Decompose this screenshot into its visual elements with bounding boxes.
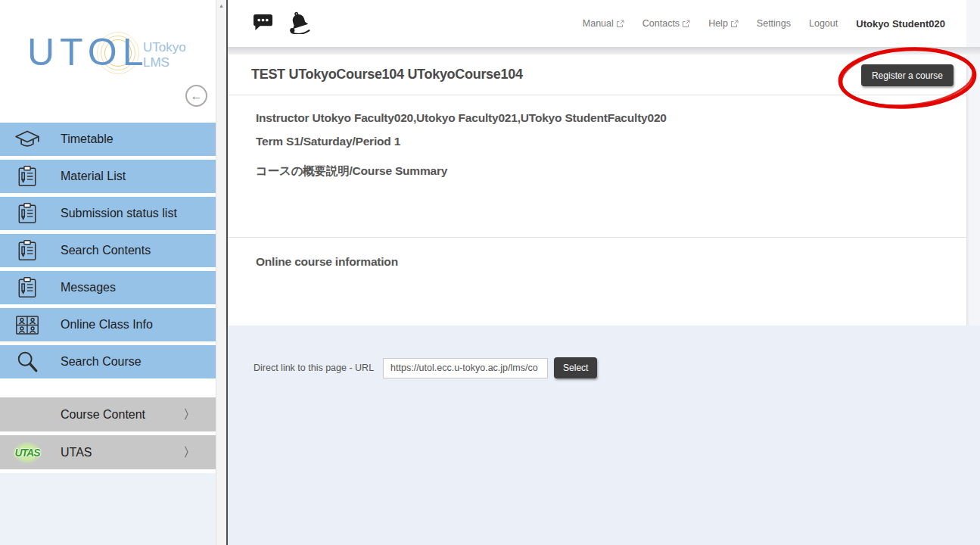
sidebar-item-submission-status[interactable]: Submission status list — [0, 197, 216, 230]
clipboard-icon — [12, 202, 42, 225]
graduation-cap-icon — [12, 129, 42, 150]
sidebar-logo-area: UTOL UTokyo LMS ← — [0, 0, 216, 123]
sidebar-item-label: Timetable — [61, 132, 114, 146]
select-button[interactable]: Select — [554, 357, 597, 378]
scroll-up-icon[interactable]: ▲ — [216, 3, 226, 8]
sidebar-item-label: Search Contents — [61, 244, 151, 257]
sidebar-item-label: Online Class Info — [61, 318, 153, 332]
clipboard-icon — [12, 239, 42, 262]
sidebar-item-label: Search Course — [61, 355, 142, 369]
sidebar-item-label: UTAS — [61, 446, 92, 459]
chevron-right-icon: 〉 — [183, 444, 196, 461]
page-footer-area: Direct link to this page - URL Select — [228, 325, 980, 545]
manual-link[interactable]: Manual — [583, 18, 624, 29]
course-details: Instructor Utokyo Faculty020,Utokyo Facu… — [228, 95, 966, 238]
online-course-section: Online course information — [228, 238, 966, 269]
sidebar-item-label: Course Content — [61, 408, 145, 422]
external-link-icon — [616, 20, 624, 28]
video-grid-icon — [12, 315, 42, 335]
term-line: Term S1/Saturday/Period 1 — [256, 135, 966, 148]
sidebar: UTOL UTokyo LMS ← Timetable — [0, 0, 216, 545]
clipboard-icon — [12, 165, 42, 188]
clipboard-icon — [12, 276, 42, 299]
sidebar-item-search-course[interactable]: Search Course — [0, 345, 216, 378]
notifications-button[interactable] — [286, 11, 312, 36]
sidebar-item-material-list[interactable]: Material List — [0, 160, 216, 193]
course-title: TEST UTokyoCourse104 UTokyoCourse104 — [251, 67, 523, 83]
bell-icon — [286, 11, 312, 36]
course-card: TEST UTokyoCourse104 UTokyoCourse104 Reg… — [228, 54, 966, 325]
sidebar-item-label: Submission status list — [61, 207, 177, 220]
settings-link[interactable]: Settings — [757, 18, 791, 29]
sidebar-item-course-content[interactable]: Course Content 〉 — [0, 397, 216, 431]
register-course-button[interactable]: Register a course — [861, 64, 954, 86]
username: Utokyo Student020 — [856, 18, 945, 30]
sidebar-scrollbar[interactable]: ▲ — [216, 0, 226, 545]
sidebar-item-messages[interactable]: Messages — [0, 271, 216, 304]
left-arrow-icon: ← — [191, 89, 203, 102]
utas-logo-icon: UTAS — [12, 441, 42, 464]
main-area: Manual Contacts Help Settings Logout Uto… — [228, 0, 980, 545]
course-summary-heading: コースの概要説明/Course Summary — [256, 164, 966, 179]
topbar-shadow — [228, 47, 980, 54]
utol-logo[interactable]: UTOL — [27, 30, 148, 74]
course-header: TEST UTokyoCourse104 UTokyoCourse104 Reg… — [228, 54, 966, 95]
chevron-right-icon: 〉 — [183, 406, 196, 423]
topbar-links: Manual Contacts Help Settings Logout Uto… — [583, 18, 945, 30]
sidebar-item-search-contents[interactable]: Search Contents — [0, 234, 216, 267]
direct-link-url-input[interactable] — [383, 358, 548, 378]
online-course-info-heading: Online course information — [256, 255, 966, 269]
sidebar-empty-area — [0, 473, 216, 545]
messages-button[interactable] — [252, 13, 274, 34]
direct-link-row: Direct link to this page - URL Select — [254, 357, 597, 378]
help-link[interactable]: Help — [708, 18, 739, 29]
utol-logo-subtitle: UTokyo LMS — [143, 40, 186, 70]
external-link-icon — [682, 20, 690, 28]
contacts-link[interactable]: Contacts — [642, 18, 690, 29]
sidebar-item-label: Material List — [61, 170, 126, 183]
sidebar-item-timetable[interactable]: Timetable — [0, 123, 216, 156]
instructor-line: Instructor Utokyo Faculty020,Utokyo Facu… — [256, 111, 966, 125]
topbar: Manual Contacts Help Settings Logout Uto… — [228, 0, 966, 47]
external-link-icon — [730, 20, 739, 28]
sidebar-item-label: Messages — [61, 281, 116, 294]
magnifier-icon — [12, 350, 42, 374]
logout-link[interactable]: Logout — [809, 18, 838, 29]
direct-link-label: Direct link to this page - URL — [254, 363, 374, 373]
sidebar-collapse-button[interactable]: ← — [185, 85, 207, 107]
sidebar-item-online-class-info[interactable]: Online Class Info — [0, 308, 216, 341]
utol-lms-app: UTOL UTokyo LMS ← Timetable — [0, 0, 980, 545]
sidebar-item-utas[interactable]: UTAS UTAS 〉 — [0, 435, 216, 469]
chat-bubble-icon — [252, 13, 274, 34]
